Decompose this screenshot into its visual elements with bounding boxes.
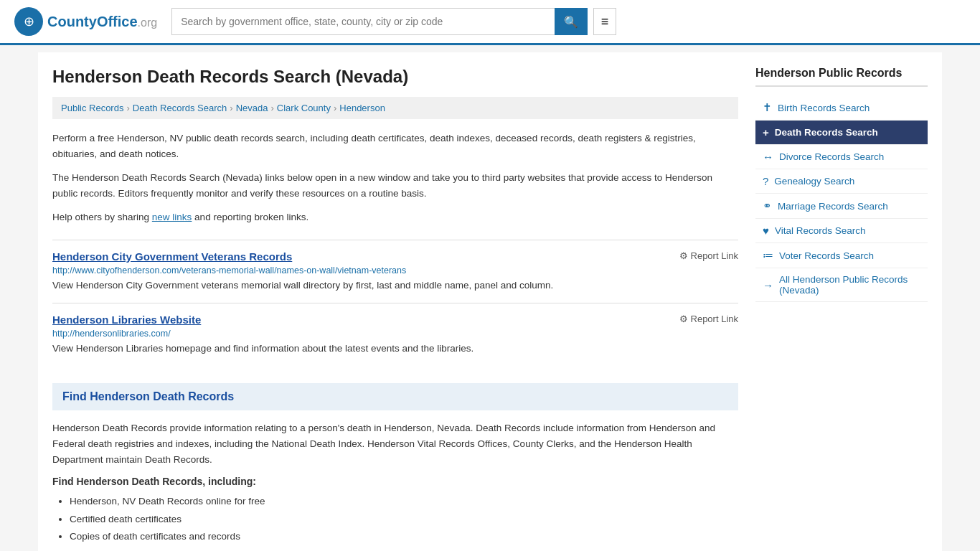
- sidebar-label-all: All Henderson Public Records (Nevada): [779, 274, 920, 296]
- bullet-item-3: Copies of death certificates and records: [70, 528, 738, 545]
- sidebar-item-birth-records[interactable]: ✝ Birth Records Search: [755, 95, 928, 121]
- sidebar: Henderson Public Records ✝ Birth Records…: [755, 67, 928, 545]
- marriage-icon: ⚭: [763, 199, 772, 212]
- breadcrumb-death-records-search[interactable]: Death Records Search: [133, 103, 227, 113]
- breadcrumb-public-records[interactable]: Public Records: [61, 103, 123, 113]
- sidebar-label-divorce: Divorce Records Search: [779, 151, 884, 162]
- genealogy-icon: ?: [763, 175, 768, 187]
- record-title-1[interactable]: Henderson City Government Veterans Recor…: [52, 250, 292, 263]
- sidebar-item-vital-records[interactable]: ♥ Vital Records Search: [755, 219, 928, 243]
- sidebar-item-death-records[interactable]: + Death Records Search: [755, 121, 928, 145]
- description-2: The Henderson Death Records Search (Neva…: [52, 170, 738, 201]
- report-icon-1: ⚙: [679, 250, 688, 261]
- record-header-1: Henderson City Government Veterans Recor…: [52, 250, 738, 263]
- sidebar-label-genealogy: Genealogy Search: [774, 176, 854, 187]
- sidebar-item-marriage-records[interactable]: ⚭ Marriage Records Search: [755, 194, 928, 219]
- sidebar-item-divorce-records[interactable]: ↔ Divorce Records Search: [755, 145, 928, 169]
- site-header: ⊕ CountyOffice.org 🔍 ≡: [0, 0, 980, 45]
- logo-text: CountyOffice.org: [47, 14, 157, 30]
- record-url-1[interactable]: http://www.cityofhenderson.com/veterans-…: [52, 265, 738, 276]
- sidebar-item-all-records[interactable]: → All Henderson Public Records (Nevada): [755, 268, 928, 302]
- divorce-icon: ↔: [763, 151, 773, 163]
- find-section-intro: Henderson Death Records provide informat…: [52, 420, 738, 467]
- record-header-2: Henderson Libraries Website ⚙ Report Lin…: [52, 314, 738, 326]
- breadcrumb-clark-county[interactable]: Clark County: [277, 103, 331, 113]
- logo-link[interactable]: ⊕ CountyOffice.org: [14, 7, 157, 36]
- record-desc-1: View Henderson City Government veterans …: [52, 278, 738, 293]
- breadcrumb-henderson[interactable]: Henderson: [339, 103, 385, 113]
- report-icon-2: ⚙: [679, 314, 688, 324]
- page-title: Henderson Death Records Search (Nevada): [52, 67, 738, 87]
- sidebar-item-voter-records[interactable]: ≔ Voter Records Search: [755, 243, 928, 268]
- sidebar-label-vital: Vital Records Search: [775, 225, 866, 236]
- help-text: Help others by sharing new links and rep…: [52, 209, 738, 225]
- logo-icon: ⊕: [14, 7, 43, 36]
- description-1: Perform a free Henderson, NV public deat…: [52, 131, 738, 161]
- content-area: Henderson Death Records Search (Nevada) …: [52, 67, 738, 545]
- bullet-item-1: Henderson, NV Death Records online for f…: [70, 493, 738, 510]
- record-title-2[interactable]: Henderson Libraries Website: [52, 314, 201, 326]
- sidebar-item-genealogy[interactable]: ? Genealogy Search: [755, 169, 928, 194]
- sidebar-label-marriage: Marriage Records Search: [778, 201, 888, 212]
- record-entry-2: Henderson Libraries Website ⚙ Report Lin…: [52, 303, 738, 366]
- breadcrumb-nevada[interactable]: Nevada: [236, 103, 268, 113]
- breadcrumb: Public Records › Death Records Search › …: [52, 97, 738, 119]
- record-url-2[interactable]: http://hendersonlibraries.com/: [52, 329, 738, 339]
- main-container: Henderson Death Records Search (Nevada) …: [38, 52, 942, 551]
- record-desc-2: View Henderson Libraries homepage and fi…: [52, 342, 738, 356]
- sidebar-label-voter: Voter Records Search: [779, 250, 874, 261]
- report-link-1[interactable]: ⚙ Report Link: [679, 250, 738, 261]
- search-input[interactable]: [171, 8, 554, 35]
- birth-icon: ✝: [763, 101, 772, 114]
- new-links-link[interactable]: new links: [152, 212, 192, 222]
- bullet-item-2: Certified death certificates: [70, 511, 738, 528]
- search-button[interactable]: 🔍: [555, 8, 588, 35]
- sidebar-label-birth: Birth Records Search: [778, 103, 870, 113]
- bullet-list: Henderson, NV Death Records online for f…: [52, 493, 738, 545]
- record-entry-1: Henderson City Government Veterans Recor…: [52, 240, 738, 303]
- all-records-icon: →: [763, 279, 773, 291]
- sidebar-label-death: Death Records Search: [775, 127, 878, 138]
- report-link-2[interactable]: ⚙ Report Link: [679, 314, 738, 324]
- vital-icon: ♥: [763, 225, 769, 237]
- menu-button[interactable]: ≡: [593, 8, 617, 35]
- find-section-header: Find Henderson Death Records: [52, 383, 738, 410]
- death-icon: +: [763, 126, 769, 138]
- voter-icon: ≔: [763, 249, 773, 262]
- sidebar-title: Henderson Public Records: [755, 67, 928, 87]
- find-heading: Find Henderson Death Records, including:: [52, 476, 738, 487]
- search-container: 🔍 ≡: [171, 8, 616, 35]
